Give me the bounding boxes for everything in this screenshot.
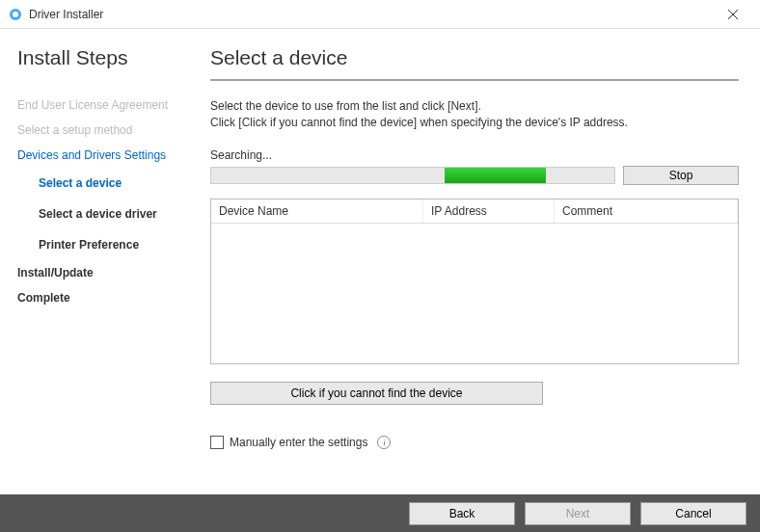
main-content: Select a device Select the device to use… (193, 29, 760, 494)
sidebar: Install Steps End User License Agreement… (0, 29, 193, 494)
progress-bar (210, 167, 615, 184)
manual-checkbox[interactable] (210, 436, 224, 449)
sidebar-header: Install Steps (17, 46, 187, 69)
body-area: Install Steps End User License Agreement… (0, 29, 760, 494)
substep-printer-preference: Printer Preference (17, 229, 187, 260)
progress-fill (445, 168, 546, 183)
back-button[interactable]: Back (409, 502, 515, 525)
app-icon (8, 7, 23, 22)
column-device-name[interactable]: Device Name (211, 200, 423, 223)
manual-label: Manually enter the settings (230, 436, 367, 449)
instruction-line-1: Select the device to use from the list a… (210, 98, 739, 115)
close-button[interactable] (714, 1, 752, 28)
manual-entry-row: Manually enter the settings i (210, 436, 739, 449)
table-body[interactable] (211, 224, 738, 364)
column-comment[interactable]: Comment (555, 200, 738, 223)
device-table: Device Name IP Address Comment (210, 199, 739, 364)
substep-select-device[interactable]: Select a device (17, 168, 187, 199)
stop-button[interactable]: Stop (623, 166, 739, 185)
next-button: Next (525, 502, 631, 525)
footer: Back Next Cancel (0, 494, 760, 532)
table-header: Device Name IP Address Comment (211, 200, 738, 224)
substep-select-driver: Select a device driver (17, 199, 187, 229)
titlebar: Driver Installer (0, 0, 760, 29)
svg-point-1 (13, 12, 18, 17)
step-install-update: Install/Update (17, 260, 187, 285)
header-divider (210, 79, 739, 81)
column-ip-address[interactable]: IP Address (423, 200, 555, 223)
info-icon[interactable]: i (377, 436, 391, 449)
step-eula: End User License Agreement (17, 93, 187, 118)
window-title: Driver Installer (29, 8, 714, 21)
step-complete: Complete (17, 285, 187, 310)
progress-row: Stop (210, 166, 739, 185)
instructions: Select the device to use from the list a… (210, 98, 739, 131)
step-setup-method: Select a setup method (17, 118, 187, 143)
search-status: Searching... (210, 148, 739, 162)
step-devices-drivers[interactable]: Devices and Drivers Settings (17, 143, 187, 168)
instruction-line-2: Click [Click if you cannot find the devi… (210, 115, 739, 131)
cancel-button[interactable]: Cancel (640, 502, 746, 525)
cannot-find-device-button[interactable]: Click if you cannot find the device (210, 382, 543, 405)
page-title: Select a device (210, 46, 739, 69)
